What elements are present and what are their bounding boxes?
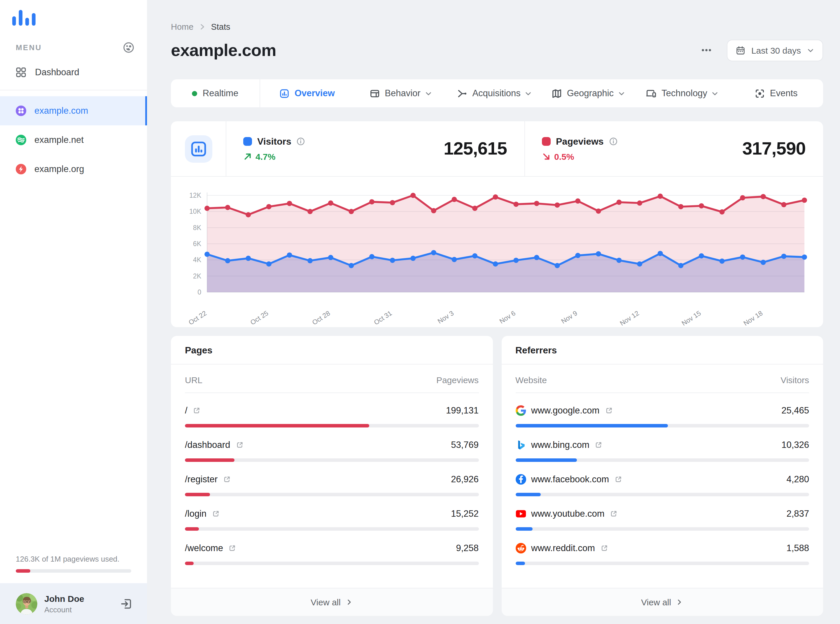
info-icon[interactable] bbox=[609, 137, 618, 146]
main-content: Home Stats example.com Last 30 days Real… bbox=[147, 0, 840, 624]
external-link-icon bbox=[212, 510, 220, 518]
sidebar-item-example.org[interactable]: example.org bbox=[0, 154, 147, 184]
svg-text:Nov 12: Nov 12 bbox=[618, 309, 640, 326]
menu-label: MENU bbox=[16, 43, 42, 52]
referrers-panel-title: Referrers bbox=[501, 336, 823, 365]
chevron-down-icon bbox=[618, 90, 625, 97]
dashboard-grid-icon bbox=[16, 67, 26, 77]
sidebar-item-example.com[interactable]: example.com bbox=[0, 96, 147, 125]
technology-devices-icon bbox=[646, 88, 656, 98]
chevron-right-icon bbox=[345, 598, 353, 606]
row-value: 2,837 bbox=[786, 508, 809, 519]
overview-chart-icon bbox=[279, 88, 289, 98]
row-label: /register bbox=[185, 474, 218, 485]
sidebar-item-dashboard[interactable]: Dashboard bbox=[0, 57, 147, 88]
row-bar-track bbox=[515, 493, 809, 496]
svg-text:8K: 8K bbox=[193, 224, 201, 232]
date-range-button[interactable]: Last 30 days bbox=[727, 39, 823, 61]
table-row: /dashboard 53,769 bbox=[185, 438, 479, 462]
sidebar-item-example.net[interactable]: example.net bbox=[0, 125, 147, 154]
acquisitions-branch-icon bbox=[457, 88, 467, 98]
svg-text:Nov 3: Nov 3 bbox=[436, 309, 455, 325]
external-link-icon bbox=[235, 441, 244, 449]
google-favicon bbox=[515, 405, 526, 416]
usage-progress-fill bbox=[16, 569, 30, 573]
svg-text:Nov 6: Nov 6 bbox=[498, 309, 517, 325]
row-link[interactable]: www.bing.com bbox=[515, 440, 603, 450]
pageviews-change: 0.5% bbox=[554, 151, 574, 161]
info-icon[interactable] bbox=[297, 137, 305, 146]
usage-text: 126.3K of 1M pageviews used. bbox=[16, 554, 131, 563]
row-bar-track bbox=[185, 493, 479, 496]
row-link[interactable]: www.google.com bbox=[515, 405, 613, 416]
site-list: example.com example.net example.org bbox=[0, 96, 147, 184]
pages-view-all-button[interactable]: View all bbox=[171, 588, 493, 616]
row-value: 26,926 bbox=[451, 474, 479, 485]
tab-geographic[interactable]: Geographic bbox=[541, 79, 636, 107]
svg-text:Nov 15: Nov 15 bbox=[680, 309, 702, 326]
tab-acquisitions[interactable]: Acquisitions bbox=[448, 79, 541, 107]
external-link-icon bbox=[595, 441, 603, 449]
pageviews-stat: Pageviews 0.5% 317,590 bbox=[525, 121, 823, 176]
pageviews-value: 317,590 bbox=[742, 138, 806, 159]
site-name: example.com bbox=[34, 105, 88, 116]
breadcrumb-home[interactable]: Home bbox=[171, 22, 193, 31]
svg-text:2K: 2K bbox=[193, 272, 201, 280]
site-name: example.org bbox=[34, 164, 84, 175]
row-bar-track bbox=[515, 562, 809, 565]
row-link[interactable]: /welcome bbox=[185, 543, 237, 553]
tab-realtime[interactable]: Realtime bbox=[171, 79, 260, 107]
tab-events[interactable]: Events bbox=[729, 79, 823, 107]
more-options-button[interactable] bbox=[700, 44, 713, 57]
overview-card: Visitors 4.7% 125,615 Pa bbox=[171, 121, 823, 327]
table-row: www.reddit.com 1,588 bbox=[515, 541, 809, 565]
breadcrumb-stats[interactable]: Stats bbox=[211, 22, 230, 31]
row-value: 15,252 bbox=[451, 508, 479, 519]
trend-up-icon bbox=[243, 152, 252, 161]
breadcrumb-chevron-icon bbox=[199, 23, 206, 30]
row-bar-fill bbox=[185, 459, 235, 462]
account-section[interactable]: John Doe Account bbox=[0, 583, 147, 624]
theme-palette-icon[interactable] bbox=[122, 42, 135, 54]
reddit-favicon bbox=[515, 543, 526, 553]
row-bar-fill bbox=[515, 527, 532, 531]
events-target-icon bbox=[755, 88, 765, 98]
row-value: 199,131 bbox=[446, 405, 479, 416]
waves-icon bbox=[16, 135, 26, 145]
external-link-icon bbox=[605, 406, 613, 415]
row-link[interactable]: /login bbox=[185, 508, 220, 519]
pages-panel: Pages URL Pageviews / 199,131 bbox=[171, 336, 493, 616]
menu-header: MENU bbox=[0, 26, 147, 57]
row-link[interactable]: /dashboard bbox=[185, 440, 244, 450]
row-value: 25,465 bbox=[781, 405, 809, 416]
referrers-view-all-button[interactable]: View all bbox=[501, 588, 823, 616]
row-link[interactable]: www.reddit.com bbox=[515, 543, 608, 553]
chevron-down-icon bbox=[712, 90, 719, 97]
external-link-icon bbox=[614, 475, 622, 483]
date-range-label: Last 30 days bbox=[751, 45, 801, 55]
row-link[interactable]: www.facebook.com bbox=[515, 474, 622, 485]
svg-text:Nov 18: Nov 18 bbox=[742, 309, 764, 326]
row-label: / bbox=[185, 405, 187, 416]
live-dot-icon bbox=[192, 91, 198, 96]
tab-overview[interactable]: Overview bbox=[260, 79, 354, 107]
table-row: /register 26,926 bbox=[185, 473, 479, 496]
svg-text:6K: 6K bbox=[193, 240, 201, 247]
visitors-value: 125,615 bbox=[444, 138, 507, 159]
bar-chart-icon bbox=[185, 135, 212, 162]
row-label: www.reddit.com bbox=[531, 543, 595, 553]
row-link[interactable]: / bbox=[185, 405, 201, 416]
svg-text:12K: 12K bbox=[189, 192, 201, 199]
row-bar-fill bbox=[515, 562, 525, 565]
bing-favicon bbox=[515, 440, 526, 450]
logout-icon[interactable] bbox=[120, 598, 132, 610]
row-link[interactable]: www.youtube.com bbox=[515, 508, 618, 519]
row-link[interactable]: /register bbox=[185, 474, 231, 485]
tab-technology[interactable]: Technology bbox=[636, 79, 729, 107]
column-pageviews: Pageviews bbox=[436, 375, 479, 385]
row-value: 9,258 bbox=[456, 543, 479, 553]
row-label: /dashboard bbox=[185, 440, 230, 450]
row-bar-track bbox=[515, 424, 809, 428]
visitors-swatch bbox=[243, 137, 252, 146]
tab-behavior[interactable]: Behavior bbox=[354, 79, 448, 107]
